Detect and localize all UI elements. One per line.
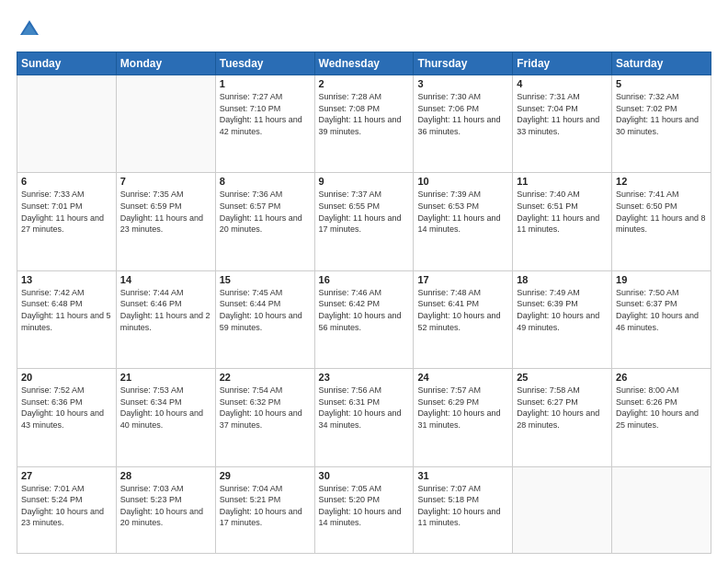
calendar-cell [513,466,612,553]
weekday-header-row: SundayMondayTuesdayWednesdayThursdayFrid… [17,52,711,75]
week-row-2: 6Sunrise: 7:33 AM Sunset: 7:01 PM Daylig… [17,173,711,270]
calendar-cell: 3Sunrise: 7:30 AM Sunset: 7:06 PM Daylig… [414,75,513,173]
calendar-cell: 27Sunrise: 7:01 AM Sunset: 5:24 PM Dayli… [17,466,117,553]
day-info: Sunrise: 7:46 AM Sunset: 6:42 PM Dayligh… [319,287,410,333]
day-info: Sunrise: 7:37 AM Sunset: 6:55 PM Dayligh… [319,189,410,235]
day-info: Sunrise: 7:04 AM Sunset: 5:21 PM Dayligh… [220,483,311,529]
calendar-cell: 30Sunrise: 7:05 AM Sunset: 5:20 PM Dayli… [314,466,414,553]
page: SundayMondayTuesdayWednesdayThursdayFrid… [0,0,728,563]
day-info: Sunrise: 7:49 AM Sunset: 6:39 PM Dayligh… [517,287,608,333]
calendar-cell: 10Sunrise: 7:39 AM Sunset: 6:53 PM Dayli… [414,173,513,270]
calendar-cell [612,466,711,553]
calendar-cell: 6Sunrise: 7:33 AM Sunset: 7:01 PM Daylig… [17,173,117,270]
calendar-cell: 11Sunrise: 7:40 AM Sunset: 6:51 PM Dayli… [513,173,612,270]
day-info: Sunrise: 7:53 AM Sunset: 6:34 PM Dayligh… [120,385,211,431]
calendar-cell: 1Sunrise: 7:27 AM Sunset: 7:10 PM Daylig… [215,75,314,173]
week-row-5: 27Sunrise: 7:01 AM Sunset: 5:24 PM Dayli… [17,466,711,553]
day-info: Sunrise: 7:41 AM Sunset: 6:50 PM Dayligh… [616,189,707,235]
day-number: 1 [220,78,311,89]
day-info: Sunrise: 7:31 AM Sunset: 7:04 PM Dayligh… [517,91,608,137]
day-info: Sunrise: 7:03 AM Sunset: 5:23 PM Dayligh… [120,483,211,529]
day-number: 17 [417,274,508,285]
day-info: Sunrise: 7:57 AM Sunset: 6:29 PM Dayligh… [417,385,508,431]
calendar-cell: 9Sunrise: 7:37 AM Sunset: 6:55 PM Daylig… [314,173,414,270]
week-row-4: 20Sunrise: 7:52 AM Sunset: 6:36 PM Dayli… [17,369,711,466]
calendar-cell: 29Sunrise: 7:04 AM Sunset: 5:21 PM Dayli… [215,466,314,553]
day-info: Sunrise: 7:36 AM Sunset: 6:57 PM Dayligh… [220,189,311,235]
calendar-cell: 15Sunrise: 7:45 AM Sunset: 6:44 PM Dayli… [215,270,314,368]
day-number: 8 [220,176,311,187]
day-number: 5 [616,78,707,89]
day-info: Sunrise: 7:05 AM Sunset: 5:20 PM Dayligh… [319,483,410,529]
day-info: Sunrise: 8:00 AM Sunset: 6:26 PM Dayligh… [616,385,707,431]
day-info: Sunrise: 7:32 AM Sunset: 7:02 PM Dayligh… [616,91,707,137]
day-info: Sunrise: 7:45 AM Sunset: 6:44 PM Dayligh… [220,287,311,333]
calendar-cell: 18Sunrise: 7:49 AM Sunset: 6:39 PM Dayli… [513,270,612,368]
day-info: Sunrise: 7:35 AM Sunset: 6:59 PM Dayligh… [120,189,211,235]
calendar-cell: 19Sunrise: 7:50 AM Sunset: 6:37 PM Dayli… [612,270,711,368]
day-info: Sunrise: 7:44 AM Sunset: 6:46 PM Dayligh… [120,287,211,333]
calendar-cell: 31Sunrise: 7:07 AM Sunset: 5:18 PM Dayli… [414,466,513,553]
calendar-cell: 5Sunrise: 7:32 AM Sunset: 7:02 PM Daylig… [612,75,711,173]
weekday-header-friday: Friday [513,52,612,75]
day-number: 27 [21,470,112,481]
calendar-cell: 25Sunrise: 7:58 AM Sunset: 6:27 PM Dayli… [513,369,612,466]
calendar-cell: 22Sunrise: 7:54 AM Sunset: 6:32 PM Dayli… [215,369,314,466]
header [17,17,711,42]
day-number: 29 [220,470,311,481]
logo-icon [17,17,42,42]
day-number: 11 [517,176,608,187]
day-info: Sunrise: 7:56 AM Sunset: 6:31 PM Dayligh… [319,385,410,431]
day-info: Sunrise: 7:52 AM Sunset: 6:36 PM Dayligh… [21,385,112,431]
day-number: 4 [517,78,608,89]
day-number: 6 [21,176,112,187]
day-number: 18 [517,274,608,285]
calendar-cell: 16Sunrise: 7:46 AM Sunset: 6:42 PM Dayli… [314,270,414,368]
day-info: Sunrise: 7:54 AM Sunset: 6:32 PM Dayligh… [220,385,311,431]
day-number: 12 [616,176,707,187]
day-number: 3 [417,78,508,89]
calendar-cell: 4Sunrise: 7:31 AM Sunset: 7:04 PM Daylig… [513,75,612,173]
day-number: 25 [517,372,608,383]
weekday-header-wednesday: Wednesday [314,52,414,75]
calendar-cell: 23Sunrise: 7:56 AM Sunset: 6:31 PM Dayli… [314,369,414,466]
day-number: 2 [319,78,410,89]
day-info: Sunrise: 7:07 AM Sunset: 5:18 PM Dayligh… [417,483,508,529]
calendar-cell: 2Sunrise: 7:28 AM Sunset: 7:08 PM Daylig… [314,75,414,173]
day-number: 10 [417,176,508,187]
weekday-header-monday: Monday [116,52,215,75]
day-info: Sunrise: 7:50 AM Sunset: 6:37 PM Dayligh… [616,287,707,333]
day-info: Sunrise: 7:58 AM Sunset: 6:27 PM Dayligh… [517,385,608,431]
calendar-cell: 20Sunrise: 7:52 AM Sunset: 6:36 PM Dayli… [17,369,117,466]
calendar-cell: 21Sunrise: 7:53 AM Sunset: 6:34 PM Dayli… [116,369,215,466]
day-info: Sunrise: 7:48 AM Sunset: 6:41 PM Dayligh… [417,287,508,333]
weekday-header-tuesday: Tuesday [215,52,314,75]
calendar-cell: 13Sunrise: 7:42 AM Sunset: 6:48 PM Dayli… [17,270,117,368]
day-info: Sunrise: 7:30 AM Sunset: 7:06 PM Dayligh… [417,91,508,137]
calendar-cell: 26Sunrise: 8:00 AM Sunset: 6:26 PM Dayli… [612,369,711,466]
weekday-header-thursday: Thursday [414,52,513,75]
day-number: 19 [616,274,707,285]
day-number: 9 [319,176,410,187]
day-number: 15 [220,274,311,285]
calendar-cell: 8Sunrise: 7:36 AM Sunset: 6:57 PM Daylig… [215,173,314,270]
calendar-cell [116,75,215,173]
calendar-cell: 12Sunrise: 7:41 AM Sunset: 6:50 PM Dayli… [612,173,711,270]
day-number: 14 [120,274,211,285]
day-number: 20 [21,372,112,383]
calendar-table: SundayMondayTuesdayWednesdayThursdayFrid… [17,52,711,554]
calendar-cell: 28Sunrise: 7:03 AM Sunset: 5:23 PM Dayli… [116,466,215,553]
calendar-cell: 7Sunrise: 7:35 AM Sunset: 6:59 PM Daylig… [116,173,215,270]
day-info: Sunrise: 7:39 AM Sunset: 6:53 PM Dayligh… [417,189,508,235]
weekday-header-sunday: Sunday [17,52,117,75]
day-number: 22 [220,372,311,383]
week-row-3: 13Sunrise: 7:42 AM Sunset: 6:48 PM Dayli… [17,270,711,368]
week-row-1: 1Sunrise: 7:27 AM Sunset: 7:10 PM Daylig… [17,75,711,173]
day-number: 16 [319,274,410,285]
day-number: 21 [120,372,211,383]
day-info: Sunrise: 7:42 AM Sunset: 6:48 PM Dayligh… [21,287,112,333]
calendar-cell: 17Sunrise: 7:48 AM Sunset: 6:41 PM Dayli… [414,270,513,368]
day-number: 24 [417,372,508,383]
calendar-cell: 14Sunrise: 7:44 AM Sunset: 6:46 PM Dayli… [116,270,215,368]
day-info: Sunrise: 7:01 AM Sunset: 5:24 PM Dayligh… [21,483,112,529]
